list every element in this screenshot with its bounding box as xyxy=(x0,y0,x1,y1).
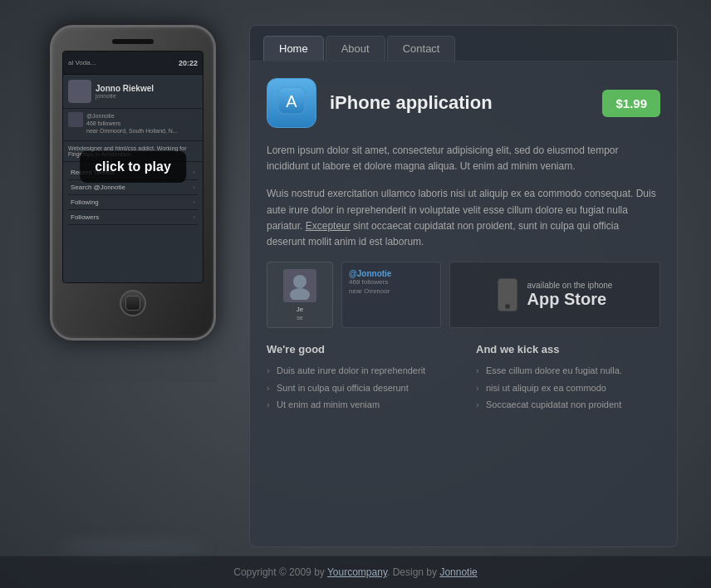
feature-col-1: We're good Duis aute irure dolor in repr… xyxy=(267,343,451,414)
feature-col-2: And we kick ass Esse cillum dolore eu fu… xyxy=(476,343,660,414)
appstore-button[interactable]: available on the iphone App Store xyxy=(449,262,660,328)
tab-about-label: About xyxy=(341,42,370,55)
app-icon: A xyxy=(267,78,316,128)
app-title: iPhone application xyxy=(330,92,589,114)
feature-item: Sunt in culpa qui officia deserunt xyxy=(267,380,451,397)
tab-home-label: Home xyxy=(279,42,308,55)
feature-list-2: Esse cillum dolore eu fugiat nulla. nisi… xyxy=(476,362,660,414)
appstore-phone-dot xyxy=(505,304,510,309)
twitter-card: @Jonnotie 468 followers near Ommoor xyxy=(341,262,441,328)
click-to-play-overlay[interactable]: click to play xyxy=(80,151,186,183)
iphone-speaker xyxy=(112,39,154,44)
time-text: 20:22 xyxy=(179,59,198,67)
screenshot-inner-1: Je se xyxy=(267,262,332,327)
twitter-location: near Ommoor xyxy=(349,287,434,295)
tab-contact-label: Contact xyxy=(403,42,440,55)
menu-arrow-icon: › xyxy=(193,169,195,176)
description-para2: Wuis nostrud exercitation ullamco labori… xyxy=(267,186,660,250)
screen-handle: jonnotie xyxy=(96,93,154,99)
excepteur-link[interactable]: Excepteur xyxy=(306,220,351,232)
feature-item: nisi ut aliquip ex ea commodo xyxy=(476,380,660,397)
appstore-text: available on the iphone App Store xyxy=(527,281,613,309)
tweet-text: @Jonnotie468 followersnear Ommoord, Sout… xyxy=(86,112,178,135)
app-icon-symbol: A xyxy=(277,86,306,121)
by-label: by xyxy=(314,566,325,578)
tab-contact[interactable]: Contact xyxy=(387,36,456,61)
price-badge: $1.99 xyxy=(602,90,660,117)
feature-title-2: And we kick ass xyxy=(476,343,660,355)
tab-home[interactable]: Home xyxy=(263,36,324,61)
carrier-text: al Voda... xyxy=(68,59,179,66)
main-content: al Voda... 20:22 Jonno Riekwel jonnotie xyxy=(0,0,711,556)
appstore-small-text: available on the iphone xyxy=(527,281,613,290)
screenshots-row: Je se @Jonnotie 468 followers near Ommoo… xyxy=(267,262,660,328)
screenshot-1[interactable]: Je se xyxy=(267,262,333,328)
designer-link[interactable]: Jonnotie xyxy=(439,566,477,578)
tweet-avatar xyxy=(68,112,83,127)
feature-item: Esse cillum dolore eu fugiat nulla. xyxy=(476,362,660,380)
app-header: A iPhone application $1.99 xyxy=(267,78,660,128)
menu-item-label: Followers xyxy=(71,213,99,221)
screenshot-avatar-1 xyxy=(283,269,316,302)
features-row: We're good Duis aute irure dolor in repr… xyxy=(267,343,660,414)
menu-arrow-icon: › xyxy=(193,184,195,191)
iphone-screen: al Voda... 20:22 Jonno Riekwel jonnotie xyxy=(62,51,203,283)
home-button-inner xyxy=(125,296,140,311)
design-label: Design by xyxy=(393,566,437,578)
svg-text:A: A xyxy=(286,92,297,110)
home-button[interactable] xyxy=(120,290,146,316)
feature-title-1: We're good xyxy=(267,343,451,355)
screenshot-sub-1: se xyxy=(267,313,332,322)
twitter-followers: 468 followers xyxy=(349,278,434,286)
screen-avatar-icon xyxy=(68,80,91,103)
appstore-phone-icon xyxy=(498,278,517,311)
footer: Copyright © 2009 by Yourcompany. Design … xyxy=(0,556,711,588)
appstore-large-text: App Store xyxy=(527,290,613,309)
screen-header: al Voda... 20:22 xyxy=(63,51,203,75)
tweet-item: @Jonnotie468 followersnear Ommoord, Sout… xyxy=(68,112,198,135)
phone-area: al Voda... 20:22 Jonno Riekwel jonnotie xyxy=(33,25,233,547)
panel-body: A iPhone application $1.99 xyxy=(250,61,677,546)
svg-point-3 xyxy=(290,288,310,300)
description-para1: Lorem ipsum dolor sit amet, consectetur … xyxy=(267,143,660,174)
feature-item: Ut enim ad minim veniam xyxy=(267,396,451,414)
menu-item-label: Search @Jonnotie xyxy=(71,184,125,191)
feature-item: Soccaecat cupidatat non proident xyxy=(476,396,660,414)
phone-glow xyxy=(58,539,208,556)
screenshot-name-1: Je xyxy=(267,306,332,313)
tab-bar: Home About Contact xyxy=(250,26,677,61)
twitter-handle: @Jonnotie xyxy=(349,269,434,278)
tab-about[interactable]: About xyxy=(326,36,385,61)
menu-arrow-icon: › xyxy=(193,213,195,221)
screen-profile: Jonno Riekwel jonnotie xyxy=(63,75,203,109)
menu-item-followers[interactable]: Followers › xyxy=(68,210,198,225)
phone-reflection xyxy=(50,341,216,382)
iphone-device: al Voda... 20:22 Jonno Riekwel jonnotie xyxy=(50,25,216,341)
content-panel: Home About Contact A xyxy=(249,25,678,547)
company-link[interactable]: Yourcompany xyxy=(327,566,387,578)
menu-item-following[interactable]: Following › xyxy=(68,195,198,210)
page-wrapper: al Voda... 20:22 Jonno Riekwel jonnotie xyxy=(0,0,711,588)
svg-point-2 xyxy=(293,275,306,288)
screen-tweet-area: @Jonnotie468 followersnear Ommoord, Sout… xyxy=(63,109,203,141)
feature-list-1: Duis aute irure dolor in reprehenderit S… xyxy=(267,362,451,414)
screen-username: Jonno Riekwel xyxy=(96,84,154,93)
feature-item: Duis aute irure dolor in reprehenderit xyxy=(267,362,451,380)
copyright-text: Copyright © 2009 xyxy=(233,566,311,578)
menu-item-label: Following xyxy=(71,198,99,206)
menu-arrow-icon: › xyxy=(193,198,195,206)
